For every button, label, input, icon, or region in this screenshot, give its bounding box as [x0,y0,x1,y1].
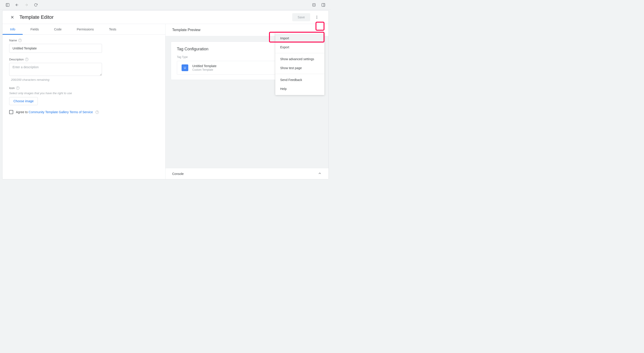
help-icon[interactable]: ? [96,111,99,114]
save-button[interactable]: Save [292,13,310,21]
name-input[interactable] [9,44,102,53]
page-header: Template Editor Save [2,11,328,24]
description-input[interactable] [9,63,102,76]
sidebar-toggle-icon[interactable] [5,2,10,8]
svg-point-10 [317,17,317,18]
page-title: Template Editor [20,14,54,20]
choose-image-button[interactable]: Choose image [9,97,38,105]
console-footer[interactable]: Console [166,168,328,179]
menu-help[interactable]: Help [275,84,324,93]
menu-divider [275,53,324,53]
tab-info[interactable]: Info [2,24,23,35]
menu-test-page[interactable]: Show test page [275,64,324,73]
chevron-up-icon[interactable] [318,171,322,176]
tabs: Info Fields Code Permissions Tests [2,24,165,35]
tab-tests[interactable]: Tests [101,24,124,35]
back-icon[interactable] [14,2,20,8]
browser-chrome [0,0,331,10]
tos-checkbox[interactable] [9,110,13,114]
forward-icon [24,2,29,8]
menu-divider [275,74,324,74]
svg-point-9 [317,16,317,16]
menu-feedback[interactable]: Send Feedback [275,75,324,84]
annotation-highlight-more [316,22,324,31]
page: Template Editor Save Info Fields Code Pe… [2,10,329,179]
icon-label: Icon [9,86,15,90]
tab-permissions[interactable]: Permissions [69,24,101,35]
panel-right-icon[interactable] [321,2,326,8]
more-menu-button[interactable] [313,13,321,21]
agree-prefix: Agree to [16,110,28,114]
svg-rect-5 [322,3,325,7]
tos-link[interactable]: Community Template Gallery Terms of Serv… [28,110,93,114]
help-icon[interactable]: ? [18,39,22,42]
description-label: Description [9,58,24,61]
template-name: Untitled Template [192,64,216,68]
tab-fields[interactable]: Fields [23,24,46,35]
help-icon[interactable]: ? [16,86,20,90]
template-icon: U [182,65,188,71]
console-label: Console [172,172,184,176]
char-remaining: 200/200 characters remaining [11,78,158,81]
svg-rect-0 [6,3,9,7]
help-icon[interactable]: ? [25,58,28,61]
refresh-icon[interactable] [33,2,38,8]
extension-icon[interactable] [311,2,317,8]
menu-export[interactable]: Export [275,43,324,52]
svg-point-11 [317,18,317,19]
template-subtype: Custom Template [192,68,216,71]
tab-code[interactable]: Code [46,24,69,35]
annotation-highlight-import [269,32,324,43]
editor-pane: Info Fields Code Permissions Tests Name … [2,24,166,179]
name-label: Name [9,39,17,42]
close-icon[interactable] [9,14,16,21]
icon-hint: Select only images that you have the rig… [9,92,158,95]
menu-advanced[interactable]: Show advanced settings [275,55,324,64]
